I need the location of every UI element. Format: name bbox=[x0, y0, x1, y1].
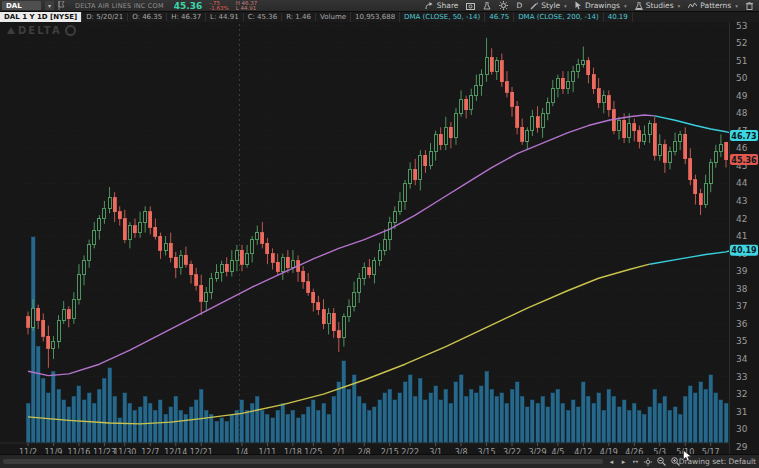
candle-down bbox=[169, 243, 172, 257]
volume-bar bbox=[174, 396, 178, 442]
price-axis-label: 41 bbox=[736, 231, 747, 241]
candle-up bbox=[103, 208, 106, 219]
volume-bar bbox=[500, 393, 504, 443]
delta-widget-icon bbox=[65, 25, 76, 36]
chart-title[interactable]: DAL 1 Y 1D [NYSE] bbox=[0, 12, 82, 22]
volume-bar bbox=[209, 414, 213, 442]
settings-button[interactable] bbox=[499, 1, 508, 10]
candle-down bbox=[154, 227, 157, 236]
volume-bar bbox=[398, 393, 402, 443]
candle-down bbox=[694, 180, 697, 194]
volume-bar bbox=[485, 371, 489, 442]
volume-bar bbox=[561, 403, 565, 442]
ohlc-cells: D: 5/20/21O: 46.35H: 46.37L: 44.91C: 45.… bbox=[82, 12, 316, 22]
candle-up bbox=[210, 278, 213, 292]
candle-down bbox=[689, 159, 692, 180]
timeframe-button[interactable]: D bbox=[516, 1, 522, 10]
volume-bar bbox=[393, 400, 397, 443]
volume-bar bbox=[108, 368, 112, 443]
delete-drawings-button[interactable] bbox=[746, 2, 753, 10]
studies-flask-icon bbox=[635, 2, 643, 10]
dma50-label[interactable]: DMA (CLOSE, 50, -14) bbox=[400, 12, 485, 22]
volume-bar bbox=[372, 407, 376, 443]
patterns-button[interactable]: Patterns▾ bbox=[688, 1, 738, 10]
volume-bar bbox=[357, 396, 361, 442]
candle-down bbox=[337, 331, 340, 338]
scroll-left-icon[interactable]: ◂ bbox=[608, 458, 615, 466]
candle-up bbox=[205, 292, 208, 301]
trash-icon bbox=[746, 2, 753, 10]
volume-bar bbox=[316, 410, 320, 442]
volume-bar bbox=[525, 407, 529, 443]
candle-up bbox=[347, 306, 350, 317]
price-axis-label: 50 bbox=[736, 73, 748, 83]
candle-up bbox=[144, 212, 147, 223]
volume-bar bbox=[97, 389, 101, 442]
candle-down bbox=[465, 99, 468, 110]
style-button[interactable]: Style▾ bbox=[530, 1, 567, 10]
expand-horizontal-icon[interactable]: ↔ bbox=[632, 458, 639, 466]
candle-down bbox=[307, 282, 310, 293]
symbol-dropdown-button[interactable]: ▾ bbox=[45, 1, 54, 10]
chevron-down-icon: ▾ bbox=[564, 3, 567, 9]
dma200-value: 40.19 bbox=[604, 12, 633, 22]
candle-down bbox=[261, 233, 264, 244]
volume-bar bbox=[62, 400, 66, 443]
style-brush-icon bbox=[530, 2, 538, 10]
symbol-input[interactable]: DAL bbox=[2, 1, 41, 10]
candle-up bbox=[230, 261, 233, 272]
candle-down bbox=[368, 268, 371, 275]
chart-area[interactable]: 5352515049484746454443424140393837363534… bbox=[0, 22, 759, 455]
candle-down bbox=[592, 75, 595, 89]
volume-bar bbox=[699, 382, 703, 443]
snapshot-button[interactable] bbox=[466, 2, 475, 10]
flag-icon[interactable] bbox=[58, 1, 65, 10]
candle-down bbox=[271, 254, 274, 263]
volume-bar bbox=[683, 396, 687, 442]
volume-bar bbox=[429, 393, 433, 443]
volume-bar bbox=[505, 403, 509, 442]
studies-button[interactable]: Studies▾ bbox=[635, 1, 681, 10]
candle-up bbox=[77, 275, 80, 300]
volume-bar bbox=[367, 410, 371, 442]
volume-bar bbox=[408, 375, 412, 443]
candle-up bbox=[128, 226, 131, 240]
price-axis-label: 32 bbox=[736, 389, 747, 399]
volume-bar bbox=[474, 393, 478, 443]
scroll-right-icon[interactable]: ▸ bbox=[620, 458, 627, 466]
beaker-button[interactable] bbox=[483, 2, 491, 10]
candle-down bbox=[27, 317, 30, 328]
dma200-label[interactable]: DMA (CLOSE, 200, -14) bbox=[514, 12, 604, 22]
candle-down bbox=[500, 61, 503, 82]
drawings-button[interactable]: Drawings▾ bbox=[575, 1, 627, 10]
share-button[interactable]: Share bbox=[425, 1, 459, 10]
candle-up bbox=[470, 96, 473, 110]
volume-bar bbox=[342, 361, 346, 443]
volume-bar bbox=[235, 410, 239, 442]
gear-icon[interactable] bbox=[644, 458, 652, 466]
candle-up bbox=[674, 141, 677, 152]
chevron-down-icon: ▾ bbox=[48, 2, 51, 9]
volume-bar bbox=[464, 396, 468, 442]
candle-up bbox=[475, 85, 478, 96]
candle-down bbox=[322, 310, 325, 324]
volume-bar bbox=[194, 400, 198, 443]
candle-down bbox=[195, 275, 198, 286]
candle-up bbox=[582, 61, 585, 65]
zoom-out-icon[interactable] bbox=[657, 457, 666, 466]
volume-bar bbox=[113, 396, 117, 442]
candle-up bbox=[358, 278, 361, 292]
beaker-icon bbox=[483, 2, 491, 10]
price-axis-label: 30 bbox=[736, 424, 748, 434]
candle-up bbox=[541, 113, 544, 127]
volume-bar bbox=[306, 407, 310, 443]
candle-up bbox=[434, 134, 437, 152]
candle-up bbox=[256, 233, 259, 240]
candle-up bbox=[363, 268, 366, 279]
horizontal-scrollbar[interactable] bbox=[3, 459, 603, 464]
chevron-down-icon: ▾ bbox=[624, 3, 627, 9]
volume-bar bbox=[347, 389, 351, 442]
price-axis-label: 53 bbox=[736, 22, 747, 31]
candle-up bbox=[220, 264, 223, 273]
volume-bar bbox=[627, 410, 631, 442]
